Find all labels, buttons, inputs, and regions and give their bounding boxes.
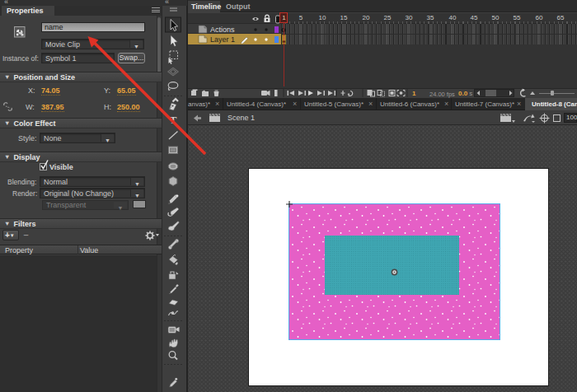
svg-text:T: T	[170, 114, 177, 126]
